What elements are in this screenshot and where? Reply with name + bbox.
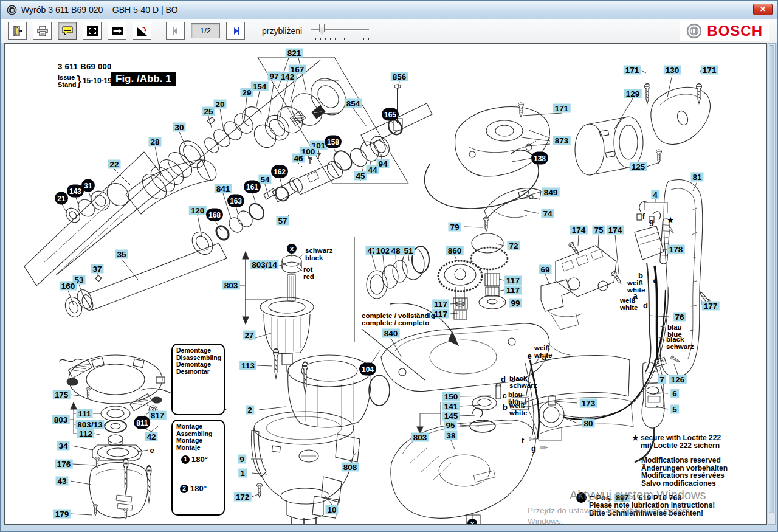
- figure-header: 3 611 B69 000 IssueStand } 15-10-19: [58, 62, 112, 89]
- diagram-canvas[interactable]: 3 611 B69 000 IssueStand } 15-10-19 Fig.…: [4, 43, 767, 525]
- vertical-scrollbar[interactable]: [768, 43, 776, 525]
- fullscreen-button[interactable]: [83, 22, 102, 40]
- part-tag-117: 117: [504, 276, 522, 285]
- vertical-scrollbar-thumb[interactable]: [769, 45, 774, 513]
- part-tag-174: 174: [570, 226, 588, 235]
- part-badge-158: 158: [325, 136, 342, 148]
- close-button[interactable]: ✕: [753, 4, 773, 15]
- part-tag-171: 171: [701, 66, 718, 75]
- printer-icon: [36, 25, 49, 37]
- part-tag-57: 57: [276, 216, 289, 226]
- part-tag-174: 174: [607, 226, 624, 235]
- color-annotation: blackschwarz: [666, 336, 694, 350]
- part-tag-178: 178: [667, 245, 685, 254]
- part-tag-37: 37: [91, 264, 103, 274]
- part-tag-840: 840: [382, 329, 400, 338]
- color-annotation: rotred: [303, 266, 314, 280]
- part-badge-104: 104: [359, 363, 376, 376]
- color-annotation: weißwhite: [627, 280, 645, 294]
- part-tag-803: 803: [222, 281, 240, 290]
- assembly-step-1: 1 180°: [181, 455, 208, 464]
- part-badge-138: 138: [531, 152, 548, 165]
- part-tag-817: 817: [149, 411, 167, 420]
- title-bar[interactable]: Wyrób 3 611 B69 020 GBH 5-40 D | BO ✕: [1, 1, 777, 19]
- part-badge-811: 811: [134, 416, 150, 429]
- print-button[interactable]: [33, 22, 52, 40]
- part-tag-6: 6: [670, 389, 679, 398]
- zoom-mode-button[interactable]: [133, 22, 151, 40]
- part-tag-1: 1: [238, 469, 247, 478]
- color-annotation: complete / vollständigcomplete / complet…: [362, 313, 435, 326]
- part-tag-45: 45: [354, 171, 367, 181]
- fullscreen-icon: [86, 25, 98, 37]
- part-tag-145: 145: [442, 412, 460, 421]
- ref-letter-g: g: [649, 217, 654, 226]
- part-tag-74: 74: [541, 209, 554, 218]
- part-tag-111: 111: [76, 409, 92, 418]
- window-title: Wyrób 3 611 B69 020 GBH 5-40 D | BO: [21, 5, 178, 15]
- black-dot-icon: [576, 492, 587, 503]
- part-badge-168: 168: [206, 209, 223, 221]
- part-tag-129: 129: [624, 89, 642, 98]
- part-tag-873: 873: [553, 136, 571, 145]
- part-tag-860: 860: [446, 246, 464, 255]
- part-tag-79: 79: [448, 223, 461, 232]
- ref-letter-e: e: [150, 446, 154, 455]
- zoom-label: przybliżeni: [262, 26, 302, 36]
- part-tag-38: 38: [444, 431, 457, 440]
- bosch-app-icon: [7, 5, 17, 15]
- page-indicator: 1/2: [191, 23, 220, 38]
- part-tag-72: 72: [507, 241, 520, 250]
- issue-stand-block: IssueStand } 15-10-19: [58, 73, 112, 89]
- part-tag-126: 126: [669, 375, 687, 384]
- ref-letter-g: g: [531, 444, 536, 453]
- part-tag-120: 120: [189, 206, 207, 215]
- comment-button[interactable]: [58, 22, 77, 40]
- part-tag-69: 69: [539, 265, 551, 274]
- part-tag-171: 171: [553, 104, 571, 113]
- part-badge-163: 163: [227, 195, 244, 207]
- part-tag-821: 821: [286, 49, 303, 58]
- zoom-slider-thumb[interactable]: [319, 24, 325, 35]
- fit-width-button[interactable]: [108, 22, 126, 40]
- comment-bubble-icon: [61, 25, 74, 37]
- loctite-note: ★ secure with Loctite 222 mit Loctite 22…: [632, 434, 721, 449]
- part-tag-117: 117: [432, 300, 449, 309]
- part-tag-10: 10: [325, 505, 338, 514]
- part-tag-30: 30: [173, 123, 185, 132]
- part-tag-75: 75: [592, 226, 605, 235]
- part-tag-856: 856: [391, 72, 408, 81]
- next-page-button[interactable]: [226, 22, 245, 40]
- zoom-slider[interactable]: [311, 22, 369, 40]
- ref-letter-f: f: [642, 212, 645, 221]
- part-tag-81: 81: [690, 173, 703, 182]
- modifications-note: Modifications reserved Änderungen vorbeh…: [641, 457, 728, 487]
- part-tag-4: 4: [651, 190, 659, 199]
- part-tag-29: 29: [240, 88, 253, 97]
- part-tag-130: 130: [664, 66, 681, 75]
- part-tag-44: 44: [366, 165, 379, 174]
- part-tag-25: 25: [202, 107, 215, 116]
- figure-label: Fig. /Abb. 1: [111, 72, 176, 86]
- part-tag-34: 34: [57, 441, 69, 451]
- part-tag-80: 80: [582, 419, 594, 428]
- part-tag-803: 803: [52, 415, 70, 424]
- ref-letter-d: d: [501, 375, 506, 384]
- lubrication-note: Please note lubrication instructions! Bi…: [589, 502, 715, 517]
- marker-badge-x: x: [467, 519, 477, 525]
- exit-button[interactable]: [8, 22, 27, 40]
- color-annotation: schwarzblack: [305, 247, 332, 261]
- prev-page-button[interactable]: [166, 22, 185, 40]
- part-badge-143: 143: [67, 185, 84, 198]
- part-tag-150: 150: [442, 392, 460, 401]
- issue-date: 15-10-19: [83, 77, 112, 85]
- part-tag-113: 113: [239, 361, 256, 370]
- part-tag-179: 179: [53, 510, 71, 519]
- ref-letter-f: f: [522, 436, 524, 445]
- part-tag-42: 42: [145, 432, 157, 441]
- color-annotation: weißwhite: [534, 345, 552, 359]
- part-tag-849: 849: [542, 188, 560, 197]
- part-badge-161: 161: [244, 181, 261, 193]
- color-annotation: blackschwarz: [509, 375, 537, 389]
- star-icon: ★: [632, 434, 641, 442]
